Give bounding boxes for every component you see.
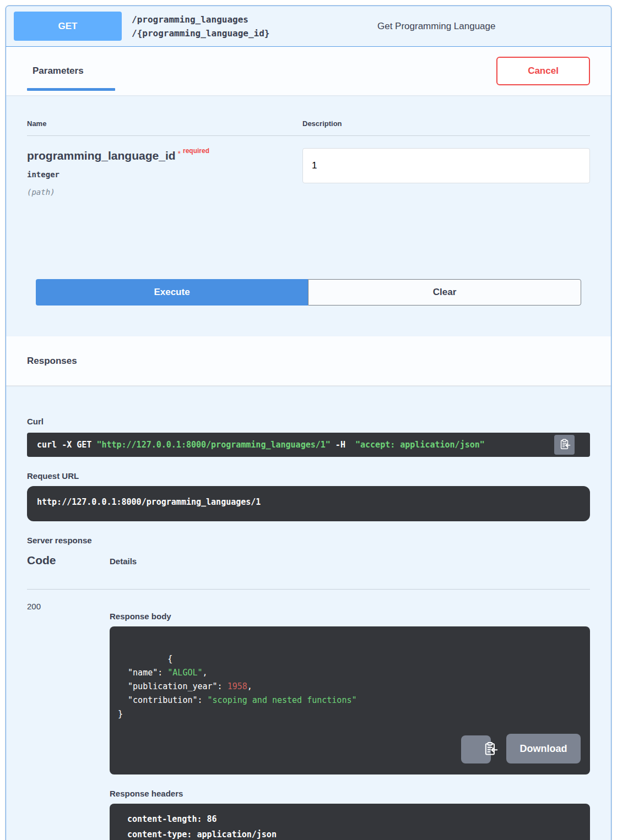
parameters-section-header: Parameters Cancel — [6, 47, 611, 95]
operation-summary-header[interactable]: GET /programming_languages /{programming… — [6, 6, 611, 47]
endpoint-summary: Get Programming Language — [269, 21, 603, 32]
curl-command-block: curl -X GET "http://127.0.0.1:8000/progr… — [27, 433, 590, 457]
server-response-divider — [27, 589, 590, 590]
required-label: required — [183, 147, 209, 155]
parameters-table: Name Description programming_language_id… — [27, 119, 590, 197]
endpoint-path-line1: /programming_languages — [132, 13, 269, 26]
tab-parameters[interactable]: Parameters — [27, 66, 115, 77]
endpoint-path-line2: /{programming_language_id} — [132, 26, 269, 40]
parameter-type: integer — [27, 170, 302, 179]
responses-body: Curl curl -X GET "http://127.0.0.1:8000/… — [6, 386, 611, 840]
response-body-copy-button[interactable] — [461, 735, 491, 763]
curl-copy-button[interactable] — [554, 435, 575, 455]
request-url-block: http://127.0.0.1:8000/programming_langua… — [27, 486, 590, 521]
responses-title: Responses — [27, 356, 77, 367]
parameter-name: programming_language_id — [27, 149, 176, 162]
column-header-name: Name — [27, 119, 302, 128]
response-body-label: Response body — [110, 612, 590, 621]
cancel-button[interactable]: Cancel — [496, 57, 590, 85]
required-asterisk: * — [178, 149, 181, 158]
table-header-divider — [27, 135, 590, 136]
parameter-location: (path) — [27, 188, 302, 197]
operation-block-get: GET /programming_languages /{programming… — [6, 6, 611, 840]
parameter-row-value-cell — [302, 148, 590, 197]
status-code: 200 — [27, 602, 110, 840]
parameter-value-input[interactable] — [302, 148, 590, 183]
response-body-block: { "name": "ALGOL", "publication_year": 1… — [110, 626, 590, 774]
active-tab-underline — [27, 88, 115, 91]
details-column-header: Details — [110, 557, 590, 567]
responses-section-header: Responses — [6, 336, 611, 386]
execute-button-row: Execute Clear — [27, 279, 590, 306]
parameters-tab-label: Parameters — [33, 66, 84, 76]
curl-label: Curl — [27, 417, 590, 426]
response-details-cell: Response body { "name": "ALGOL", "public… — [110, 602, 590, 840]
server-response-label: Server response — [27, 536, 590, 545]
parameters-body: Name Description programming_language_id… — [6, 95, 611, 336]
parameter-row-name-cell: programming_language_id*required integer… — [27, 149, 302, 197]
request-url-label: Request URL — [27, 471, 590, 481]
server-response-table: Code Details 200 Response body { "name":… — [27, 554, 590, 840]
clipboard-copy-icon — [454, 733, 498, 766]
clear-button[interactable]: Clear — [308, 279, 581, 306]
response-headers-block: content-length: 86 content-type: applica… — [110, 804, 590, 840]
response-body-json: { "name": "ALGOL", "publication_year": 1… — [118, 654, 357, 719]
clipboard-copy-icon — [559, 438, 571, 452]
execute-button[interactable]: Execute — [36, 279, 308, 306]
code-column-header: Code — [27, 554, 110, 567]
http-method-badge[interactable]: GET — [14, 12, 122, 41]
response-headers-label: Response headers — [110, 789, 590, 798]
endpoint-path: /programming_languages /{programming_lan… — [132, 13, 269, 40]
column-header-description: Description — [302, 119, 590, 128]
download-button[interactable]: Download — [506, 734, 581, 763]
